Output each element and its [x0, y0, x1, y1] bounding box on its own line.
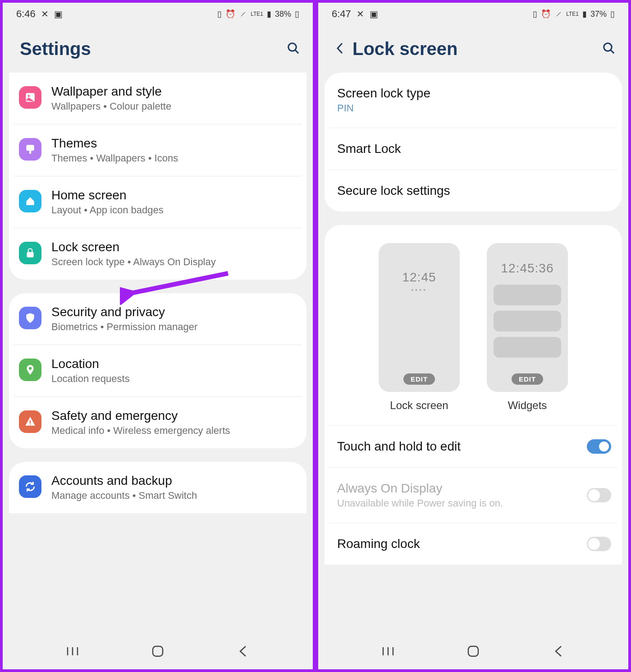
status-time: 6:46	[16, 8, 36, 20]
item-sub: Layout • App icon badges	[51, 204, 297, 216]
search-icon[interactable]	[287, 41, 300, 57]
preview-widget-placeholder	[494, 311, 561, 331]
battery-icon: ▯	[295, 9, 299, 19]
recent-apps-button[interactable]	[64, 642, 82, 660]
battery-icon: ▯	[610, 9, 615, 19]
preview-label: Lock screen	[390, 399, 448, 412]
wifi-icon: ⟋	[239, 9, 247, 19]
item-title: Lock screen	[51, 240, 297, 254]
back-icon[interactable]	[335, 39, 344, 59]
picture-icon: ▣	[370, 9, 378, 19]
alarm-icon: ⏰	[541, 9, 551, 19]
lockscreen-group-top: Screen lock type PIN Smart Lock Secure l…	[325, 73, 622, 212]
svg-rect-6	[27, 252, 33, 258]
svg-rect-4	[26, 145, 34, 151]
settings-group-accounts: Accounts and backup Manage accounts • Sm…	[9, 462, 306, 513]
nav-bar	[318, 633, 628, 669]
settings-item-wallpaper[interactable]: Wallpaper and style Wallpapers • Colour …	[14, 73, 302, 124]
home-button[interactable]	[149, 642, 167, 660]
edit-badge[interactable]: EDIT	[403, 373, 435, 385]
settings-item-security[interactable]: Security and privacy Biometrics • Permis…	[14, 293, 302, 345]
item-title: Wallpaper and style	[51, 84, 297, 99]
item-title: Roaming clock	[337, 537, 420, 551]
battery-text: 38%	[275, 9, 291, 19]
svg-point-0	[288, 43, 297, 51]
item-title: Themes	[51, 136, 297, 151]
preview-widgets-box: 12:45:36 EDIT	[487, 243, 568, 392]
settings-item-lock-screen[interactable]: Lock screen Screen lock type • Always On…	[14, 228, 302, 280]
alarm-icon: ⏰	[225, 9, 235, 19]
search-icon[interactable]	[602, 41, 616, 57]
settings-item-safety[interactable]: Safety and emergency Medical info • Wire…	[14, 397, 302, 448]
svg-rect-5	[29, 151, 31, 154]
preview-label: Widgets	[508, 399, 547, 412]
status-time: 6:47	[332, 8, 351, 20]
settings-item-themes[interactable]: Themes Themes • Wallpapers • Icons	[14, 124, 302, 176]
signal-icon: ▮	[582, 9, 587, 19]
item-smart-lock[interactable]: Smart Lock	[329, 128, 617, 170]
item-sub: Wallpapers • Colour palette	[51, 101, 297, 112]
settings-item-accounts[interactable]: Accounts and backup Manage accounts • Sm…	[14, 462, 302, 513]
item-screen-lock-type[interactable]: Screen lock type PIN	[329, 73, 617, 128]
preview-lockscreen[interactable]: 12:45 •••• EDIT Lock screen	[379, 243, 460, 412]
preview-time: 12:45:36	[501, 261, 554, 276]
settings-group-display: Wallpaper and style Wallpapers • Colour …	[9, 73, 306, 280]
lockscreen-list[interactable]: Screen lock type PIN Smart Lock Secure l…	[318, 73, 628, 633]
item-sub: Unavailable while Power saving is on.	[337, 497, 503, 509]
preview-dots-icon: ••••	[411, 286, 427, 294]
header: Lock screen	[318, 25, 628, 73]
item-sub: Themes • Wallpapers • Icons	[51, 152, 297, 164]
recent-apps-button[interactable]	[379, 642, 397, 660]
settings-item-location[interactable]: Location Location requests	[14, 345, 302, 397]
back-button[interactable]	[549, 642, 567, 660]
item-title: Security and privacy	[51, 305, 297, 319]
svg-rect-14	[153, 646, 163, 656]
item-title: Smart Lock	[337, 142, 401, 156]
item-always-on-display: Always On Display Unavailable while Powe…	[329, 468, 617, 523]
item-sub: Screen lock type • Always On Display	[51, 256, 297, 268]
back-button[interactable]	[234, 642, 252, 660]
brush-icon	[19, 138, 41, 161]
missed-call-icon: ✕	[357, 9, 364, 19]
shield-icon	[19, 307, 41, 329]
preview-time: 12:45	[402, 270, 436, 285]
edit-badge[interactable]: EDIT	[512, 373, 543, 385]
item-title: Safety and emergency	[51, 409, 297, 423]
item-title: Touch and hold to edit	[337, 439, 461, 454]
item-title: Always On Display	[337, 481, 503, 496]
picture-icon: ▣	[54, 9, 63, 19]
item-sub: Biometrics • Permission manager	[51, 321, 297, 333]
item-sub: Manage accounts • Smart Switch	[51, 490, 297, 502]
nav-bar	[3, 633, 313, 669]
header: Settings	[3, 25, 313, 73]
preview-widgets[interactable]: 12:45:36 EDIT Widgets	[487, 243, 568, 412]
settings-list[interactable]: Wallpaper and style Wallpapers • Colour …	[3, 73, 313, 633]
item-title: Home screen	[51, 188, 297, 203]
item-touch-hold-edit[interactable]: Touch and hold to edit	[329, 426, 617, 468]
signal-icon: ▮	[267, 9, 271, 19]
svg-rect-8	[30, 420, 31, 423]
camera-icon: ▯	[533, 9, 537, 19]
item-sub: PIN	[337, 102, 430, 114]
sync-icon	[19, 475, 41, 498]
item-secure-lock-settings[interactable]: Secure lock settings	[329, 170, 617, 212]
preview-row: 12:45 •••• EDIT Lock screen 12:45:36 EDI…	[329, 225, 617, 426]
alert-icon	[19, 410, 41, 433]
toggle-touch-hold[interactable]	[587, 439, 611, 454]
preview-widget-placeholder	[494, 337, 561, 358]
svg-point-7	[29, 367, 32, 370]
svg-line-16	[611, 50, 614, 53]
preview-lockscreen-box: 12:45 •••• EDIT	[379, 243, 460, 392]
battery-text: 37%	[590, 9, 607, 19]
item-title: Accounts and backup	[51, 474, 297, 488]
home-button[interactable]	[464, 642, 482, 660]
item-roaming-clock[interactable]: Roaming clock	[329, 523, 617, 565]
toggle-always-on-display	[587, 488, 611, 502]
svg-rect-21	[468, 646, 478, 656]
missed-call-icon: ✕	[41, 9, 49, 19]
toggle-roaming-clock[interactable]	[587, 537, 611, 551]
preview-widget-placeholder	[494, 285, 561, 305]
settings-item-home[interactable]: Home screen Layout • App icon badges	[14, 176, 302, 228]
svg-line-1	[295, 50, 299, 53]
picture-icon	[19, 86, 41, 109]
